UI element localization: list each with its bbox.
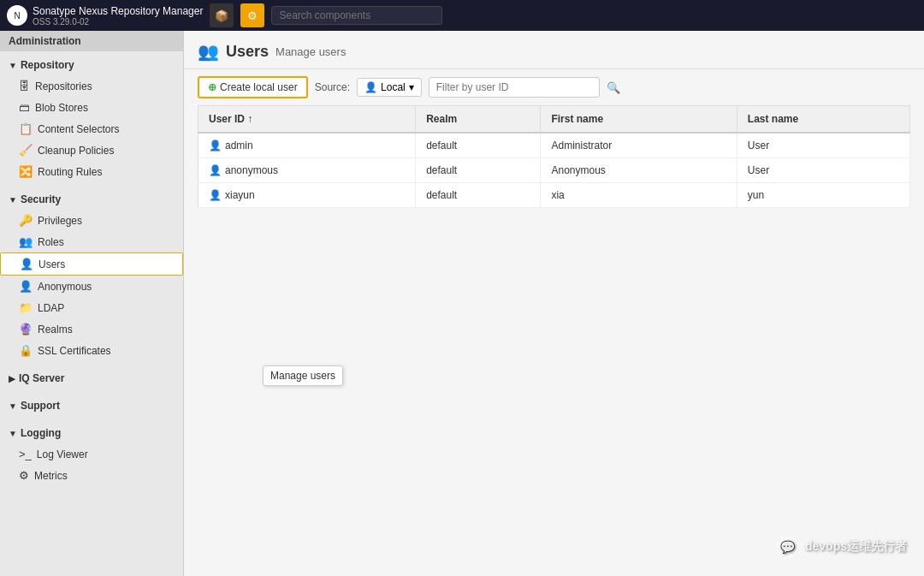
sidebar-item-label-roles: Roles — [38, 236, 64, 248]
cleanup-policies-icon: 🧹 — [19, 144, 33, 157]
sidebar-item-metrics[interactable]: ⚙ Metrics — [0, 465, 183, 486]
app-header: N Sonatype Nexus Repository Manager OSS … — [0, 0, 924, 31]
content-toolbar: ⊕ Create local user Source: 👤 Local ▾ 🔍 — [184, 69, 924, 105]
user-row-icon: 👤 — [209, 164, 222, 176]
global-search-input[interactable] — [271, 6, 442, 25]
sidebar-item-label-users: Users — [38, 258, 65, 270]
col-realm[interactable]: Realm — [416, 106, 541, 134]
sidebar: Administration ▼ Repository 🗄 Repositori… — [0, 31, 184, 576]
table-header-row: User ID ↑ Realm First name Last name — [198, 106, 910, 134]
source-icon: 👤 — [364, 81, 377, 93]
sidebar-item-label-repositories: Repositories — [35, 80, 92, 92]
cell-last-name: User — [737, 158, 909, 183]
watermark-icon: 💬 — [776, 535, 800, 559]
cell-last-name: yun — [737, 183, 909, 208]
sidebar-group-header-repository[interactable]: ▼ Repository — [0, 55, 183, 75]
cell-user-id: 👤admin — [198, 133, 416, 158]
cell-realm: default — [416, 133, 541, 158]
app-logo: N Sonatype Nexus Repository Manager OSS … — [7, 5, 203, 27]
page-title: Users — [226, 43, 269, 61]
users-table-container: User ID ↑ Realm First name Last name — [184, 105, 924, 576]
sidebar-group-header-security[interactable]: ▼ Security — [0, 189, 183, 210]
sidebar-group-label-security: Security — [21, 193, 61, 205]
realms-icon: 🔮 — [19, 323, 33, 336]
sidebar-item-anonymous[interactable]: 👤 Anonymous — [0, 276, 183, 297]
users-tooltip: Manage users — [263, 365, 343, 386]
cell-first-name: xia — [541, 183, 737, 208]
app-version: OSS 3.29.0-02 — [33, 17, 203, 27]
source-select[interactable]: 👤 Local ▾ — [357, 78, 422, 97]
sidebar-item-cleanup-policies[interactable]: 🧹 Cleanup Policies — [0, 140, 183, 161]
app-title: Sonatype Nexus Repository Manager — [33, 5, 203, 17]
table-row[interactable]: 👤xiayun default xia yun — [198, 183, 910, 208]
sidebar-item-roles[interactable]: 👥 Roles — [0, 231, 183, 252]
sidebar-item-log-viewer[interactable]: >_ Log Viewer — [0, 443, 183, 465]
roles-icon: 👥 — [19, 235, 33, 248]
sidebar-group-header-support[interactable]: ▼ Support — [0, 395, 183, 416]
col-last-name[interactable]: Last name — [737, 106, 909, 134]
logging-arrow-icon: ▼ — [9, 429, 17, 438]
sidebar-item-label-anonymous: Anonymous — [38, 281, 92, 293]
watermark-text: devops运维先行者 — [805, 539, 907, 555]
filter-search-icon: 🔍 — [607, 81, 620, 94]
blob-stores-icon: 🗃 — [19, 101, 30, 114]
sidebar-item-realms[interactable]: 🔮 Realms — [0, 318, 183, 340]
metrics-icon: ⚙ — [19, 469, 29, 482]
cell-user-id: 👤anonymous — [198, 158, 416, 183]
iq-server-arrow-icon: ▶ — [9, 374, 15, 383]
sidebar-group-support: ▼ Support — [0, 392, 183, 419]
cell-realm: default — [416, 183, 541, 208]
col-first-name[interactable]: First name — [541, 106, 737, 134]
tooltip-text: Manage users — [270, 370, 335, 382]
sidebar-item-repositories[interactable]: 🗄 Repositories — [0, 75, 183, 97]
sidebar-item-label-ssl: SSL Certificates — [38, 345, 111, 357]
sidebar-item-content-selectors[interactable]: 📋 Content Selectors — [0, 118, 183, 140]
ldap-icon: 📁 — [19, 301, 33, 314]
ssl-icon: 🔒 — [19, 344, 33, 357]
sidebar-group-iq-server: ▶ IQ Server — [0, 365, 183, 392]
sidebar-group-label-repository: Repository — [21, 59, 74, 71]
sidebar-group-label-logging: Logging — [21, 427, 61, 439]
sidebar-item-routing-rules[interactable]: 🔀 Routing Rules — [0, 161, 183, 182]
logo-icon: N — [7, 5, 27, 26]
privileges-icon: 🔑 — [19, 214, 33, 227]
log-viewer-icon: >_ — [19, 448, 32, 460]
user-id-filter-input[interactable] — [429, 77, 600, 98]
create-button-label: Create local user — [220, 81, 298, 93]
sidebar-item-label-ldap: LDAP — [38, 302, 64, 314]
sidebar-group-header-logging[interactable]: ▼ Logging — [0, 423, 183, 443]
create-local-user-button[interactable]: ⊕ Create local user — [198, 76, 308, 98]
content-selectors-icon: 📋 — [19, 122, 33, 135]
security-arrow-icon: ▼ — [9, 195, 17, 205]
col-user-id[interactable]: User ID ↑ — [198, 106, 416, 134]
sidebar-item-label-metrics: Metrics — [34, 470, 68, 482]
sidebar-item-label-cleanup-policies: Cleanup Policies — [38, 145, 114, 157]
source-value: Local — [381, 81, 406, 93]
cell-user-id: 👤xiayun — [198, 183, 416, 208]
table-row[interactable]: 👤anonymous default Anonymous User — [198, 158, 910, 183]
sidebar-item-ssl-certificates[interactable]: 🔒 SSL Certificates — [0, 340, 183, 361]
routing-rules-icon: 🔀 — [19, 165, 33, 178]
sidebar-group-label-support: Support — [21, 400, 60, 412]
sidebar-item-ldap[interactable]: 📁 LDAP — [0, 297, 183, 318]
arrow-icon: ▼ — [9, 61, 17, 70]
source-dropdown-icon: ▾ — [409, 81, 414, 93]
sidebar-group-header-iq-server[interactable]: ▶ IQ Server — [0, 368, 183, 389]
sidebar-item-label-realms: Realms — [38, 324, 73, 336]
cell-realm: default — [416, 158, 541, 183]
sidebar-section-title: Administration — [0, 31, 183, 51]
settings-icon-btn[interactable]: ⚙ — [240, 3, 264, 27]
table-row[interactable]: 👤admin default Administrator User — [198, 133, 910, 158]
sidebar-item-blob-stores[interactable]: 🗃 Blob Stores — [0, 97, 183, 118]
repositories-icon: 🗄 — [19, 80, 30, 92]
sidebar-item-privileges[interactable]: 🔑 Privileges — [0, 210, 183, 231]
sidebar-item-users[interactable]: 👤 Users — [0, 252, 183, 276]
cell-first-name: Anonymous — [541, 158, 737, 183]
user-row-icon: 👤 — [209, 189, 222, 201]
sidebar-item-label-privileges: Privileges — [38, 215, 82, 227]
sidebar-item-label-blob-stores: Blob Stores — [35, 102, 88, 114]
source-label: Source: — [315, 81, 350, 93]
users-table: User ID ↑ Realm First name Last name — [198, 105, 910, 208]
packages-icon-btn[interactable]: 📦 — [210, 3, 234, 27]
sidebar-group-repository: ▼ Repository 🗄 Repositories 🗃 Blob Store… — [0, 51, 183, 186]
